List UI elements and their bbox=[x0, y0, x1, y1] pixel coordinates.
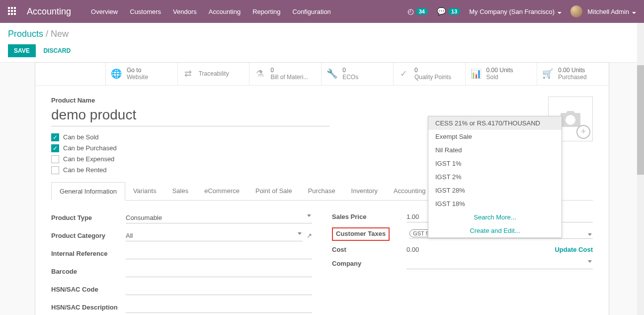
form-sheet: 🌐 Go toWebsite ⇄ Traceability ⚗ 0Bill of… bbox=[35, 62, 609, 315]
cost-value: 0.00 bbox=[406, 246, 419, 253]
menu-configuration[interactable]: Configuration bbox=[293, 8, 331, 15]
product-type-select[interactable] bbox=[126, 212, 312, 223]
globe-icon: 🌐 bbox=[111, 68, 122, 79]
update-cost-link[interactable]: Update Cost bbox=[555, 246, 593, 253]
company-select[interactable] bbox=[406, 258, 593, 269]
product-category-select[interactable] bbox=[126, 230, 303, 241]
checkbox-can-be-sold[interactable]: ✓ bbox=[51, 133, 59, 141]
caret-icon bbox=[307, 214, 311, 217]
arrows-icon: ⇄ bbox=[183, 68, 194, 79]
checkbox-can-be-expensed[interactable] bbox=[51, 155, 59, 163]
cart-icon: 🛒 bbox=[542, 68, 553, 79]
checkbox-can-be-purchased[interactable]: ✓ bbox=[51, 144, 59, 152]
vertical-scrollbar[interactable] bbox=[637, 23, 644, 315]
stat-bom[interactable]: ⚗ 0Bill of Materi... bbox=[249, 63, 322, 85]
product-category-label: Product Category bbox=[51, 232, 126, 239]
stat-spacer bbox=[35, 63, 106, 85]
company-label: Company bbox=[332, 260, 406, 267]
wrench-icon: 🔧 bbox=[326, 68, 337, 79]
stat-goto-website[interactable]: 🌐 Go toWebsite bbox=[106, 63, 178, 85]
label-can-be-sold: Can be Sold bbox=[63, 133, 99, 141]
dropdown-item[interactable]: IGST 28% bbox=[428, 184, 562, 197]
tab-sales[interactable]: Sales bbox=[164, 182, 197, 200]
sales-price-label: Sales Price bbox=[332, 213, 406, 220]
hsn-desc-input[interactable] bbox=[126, 302, 312, 313]
user-menu[interactable]: Mitchell Admin bbox=[570, 5, 636, 17]
scrollbar-thumb[interactable] bbox=[637, 65, 644, 175]
hsn-desc-label: HSN/SAC Description bbox=[51, 304, 126, 311]
control-panel: Products / New SAVE DISCARD bbox=[0, 23, 644, 63]
taxes-dropdown: CESS 21% or RS.4170/THOUSAND Exempt Sale… bbox=[428, 116, 562, 238]
save-button[interactable]: SAVE bbox=[8, 44, 36, 57]
label-can-be-rented: Can be Rented bbox=[63, 166, 106, 174]
hsn-code-input[interactable] bbox=[126, 284, 312, 295]
tab-accounting[interactable]: Accounting bbox=[386, 182, 433, 200]
product-type-label: Product Type bbox=[51, 214, 126, 221]
tab-inventory[interactable]: Inventory bbox=[343, 182, 386, 200]
stat-eco[interactable]: 🔧 0ECOs bbox=[322, 63, 394, 85]
dropdown-create-edit[interactable]: Create and Edit... bbox=[428, 224, 562, 237]
stat-purchased[interactable]: 🛒 0.00 UnitsPurchased bbox=[537, 63, 609, 85]
tab-general-information[interactable]: General Information bbox=[51, 182, 125, 201]
user-name: Mitchell Admin bbox=[587, 8, 636, 15]
caret-icon bbox=[588, 260, 592, 263]
caret-icon bbox=[298, 232, 302, 235]
internal-ref-input[interactable] bbox=[126, 248, 312, 259]
cost-label: Cost bbox=[332, 246, 406, 253]
dropdown-item[interactable]: IGST 1% bbox=[428, 157, 562, 170]
messaging-indicator[interactable]: 💬 13 bbox=[437, 7, 460, 16]
barcode-label: Barcode bbox=[51, 268, 126, 275]
chat-icon: 💬 bbox=[437, 7, 446, 16]
dropdown-item[interactable]: Nil Rated bbox=[428, 143, 562, 157]
menu-reporting[interactable]: Reporting bbox=[252, 8, 280, 15]
external-link-icon[interactable]: ↗ bbox=[307, 232, 312, 239]
activity-badge: 34 bbox=[416, 8, 428, 15]
stat-quality[interactable]: ✓ 0Quality Points bbox=[394, 63, 466, 85]
breadcrumb: Products / New bbox=[8, 29, 636, 39]
top-navbar: Accounting Overview Customers Vendors Ac… bbox=[0, 0, 644, 23]
discard-button[interactable]: DISCARD bbox=[37, 44, 77, 57]
menu-accounting[interactable]: Accounting bbox=[209, 8, 241, 15]
activity-indicator[interactable]: ◴ 34 bbox=[407, 7, 428, 16]
tab-ecommerce[interactable]: eCommerce bbox=[196, 182, 247, 200]
dropdown-search-more[interactable]: Search More... bbox=[428, 210, 562, 224]
hsn-code-label: HSN/SAC Code bbox=[51, 286, 126, 293]
tab-variants[interactable]: Variants bbox=[125, 182, 164, 200]
msg-badge: 13 bbox=[448, 8, 460, 15]
menu-overview[interactable]: Overview bbox=[91, 8, 118, 15]
dropdown-item[interactable]: IGST 2% bbox=[428, 170, 562, 184]
clock-icon: ◴ bbox=[407, 7, 414, 16]
tab-purchase[interactable]: Purchase bbox=[300, 182, 343, 200]
tab-pos[interactable]: Point of Sale bbox=[247, 182, 300, 200]
internal-ref-label: Internal Reference bbox=[51, 250, 126, 257]
customer-taxes-highlight: Customer Taxes bbox=[332, 227, 390, 241]
label-can-be-expensed: Can be Expensed bbox=[63, 155, 114, 163]
left-column: Product Type Product Category ↗ Internal… bbox=[51, 211, 312, 315]
product-name-label: Product Name bbox=[51, 97, 593, 104]
breadcrumb-root[interactable]: Products bbox=[8, 29, 43, 39]
company-switcher[interactable]: My Company (San Francisco) bbox=[469, 8, 562, 15]
caret-icon bbox=[588, 233, 592, 236]
checkbox-can-be-rented[interactable] bbox=[51, 166, 59, 174]
dropdown-item[interactable]: CESS 21% or RS.4170/THOUSAND bbox=[428, 116, 562, 130]
main-menu: Overview Customers Vendors Accounting Re… bbox=[91, 8, 331, 15]
apps-icon[interactable] bbox=[8, 7, 17, 16]
stat-sold[interactable]: 📊 0.00 UnitsSold bbox=[466, 63, 538, 85]
label-can-be-purchased: Can be Purchased bbox=[63, 144, 117, 152]
stat-button-row: 🌐 Go toWebsite ⇄ Traceability ⚗ 0Bill of… bbox=[35, 63, 609, 86]
bars-icon: 📊 bbox=[471, 68, 482, 79]
stat-traceability[interactable]: ⇄ Traceability bbox=[178, 63, 250, 85]
navbar-right: ◴ 34 💬 13 My Company (San Francisco) Mit… bbox=[407, 5, 636, 17]
menu-customers[interactable]: Customers bbox=[130, 8, 161, 15]
breadcrumb-current: New bbox=[51, 29, 69, 39]
barcode-input[interactable] bbox=[126, 266, 312, 277]
flask-icon: ⚗ bbox=[254, 68, 265, 79]
avatar-icon bbox=[570, 5, 582, 17]
menu-vendors[interactable]: Vendors bbox=[173, 8, 197, 15]
product-name-input[interactable] bbox=[51, 106, 329, 126]
customer-taxes-label: Customer Taxes bbox=[336, 230, 386, 237]
app-brand[interactable]: Accounting bbox=[27, 6, 71, 17]
dropdown-item[interactable]: Exempt Sale bbox=[428, 130, 562, 143]
dropdown-item[interactable]: IGST 18% bbox=[428, 197, 562, 210]
check-icon: ✓ bbox=[399, 68, 409, 79]
